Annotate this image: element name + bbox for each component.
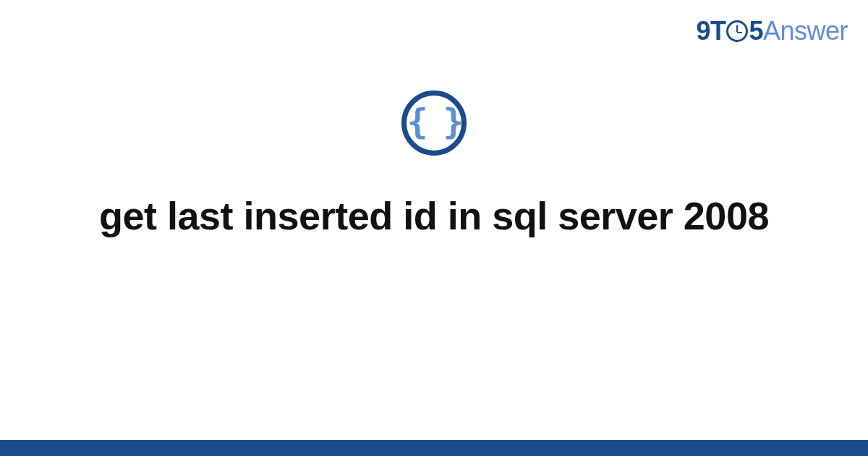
footer-bar — [0, 440, 868, 456]
braces-glyph: { } — [407, 104, 461, 142]
site-logo: 9T 5 Answer — [696, 16, 848, 46]
logo-text-answer: Answer — [763, 16, 848, 46]
clock-icon — [726, 20, 748, 42]
content-area: { } get last inserted id in sql server 2… — [0, 90, 868, 241]
logo-text-9t: 9T — [696, 16, 726, 46]
braces-icon: { } — [401, 90, 467, 156]
logo-text-5: 5 — [749, 16, 763, 46]
page-title: get last inserted id in sql server 2008 — [99, 192, 769, 241]
